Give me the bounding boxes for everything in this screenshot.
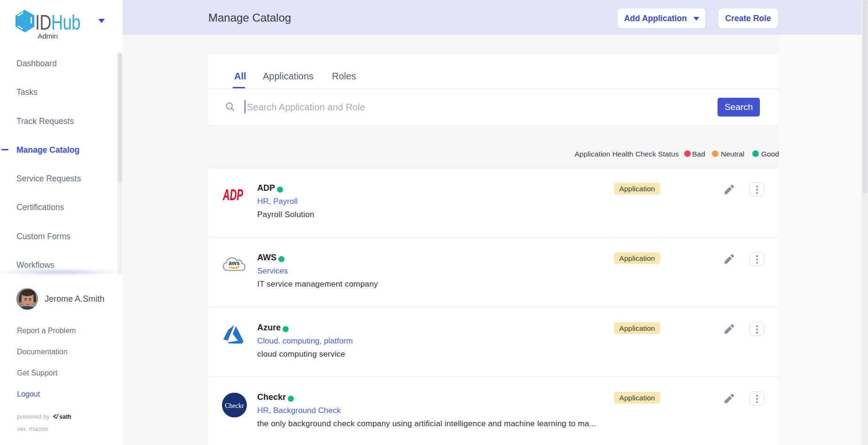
svg-text:sath: sath	[59, 414, 71, 420]
svg-text:ADP: ADP	[222, 188, 243, 201]
svg-text:aws: aws	[229, 260, 240, 266]
svg-text:Checkr: Checkr	[225, 402, 244, 409]
